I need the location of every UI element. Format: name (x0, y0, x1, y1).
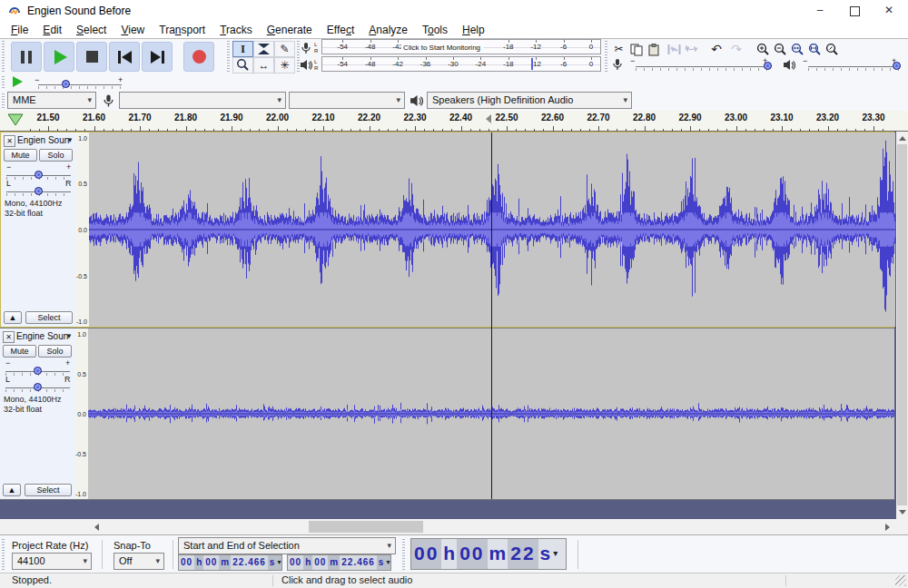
playback-meter[interactable]: -54-48-42-36-30-24-18-12-60 (321, 56, 601, 72)
project-rate-select[interactable]: 44100▾ (12, 553, 92, 570)
track-1-solo-button[interactable]: Solo (39, 149, 73, 162)
scroll-right-arrow[interactable] (885, 524, 890, 531)
track-1-pan-slider[interactable] (6, 188, 71, 197)
playback-volume-slider[interactable] (808, 63, 901, 72)
audio-position-display[interactable]: 00h00m22s▾ (410, 538, 567, 570)
track-2-close-button[interactable]: ✕ (3, 331, 15, 343)
vertical-scroll-thumb[interactable] (897, 144, 907, 505)
redo-button[interactable]: ↷ (726, 42, 746, 57)
time-segment[interactable]: 22 (508, 539, 538, 569)
record-button[interactable] (183, 42, 214, 72)
time-segment[interactable]: m (328, 555, 340, 570)
cut-button[interactable]: ✂ (610, 42, 627, 57)
track-2-collapse-button[interactable]: ▲ (3, 484, 21, 496)
menu-file[interactable]: File (4, 22, 35, 38)
horizontal-scroll-thumb[interactable] (309, 521, 423, 533)
speed-toolbar-grip[interactable] (2, 76, 5, 89)
device-toolbar-grip[interactable] (2, 93, 5, 108)
scroll-down-arrow[interactable] (899, 510, 906, 514)
track-1-gain-slider[interactable] (6, 172, 71, 181)
time-segment[interactable]: m (488, 539, 508, 569)
menu-view[interactable]: View (114, 22, 152, 38)
time-segment[interactable]: s (377, 555, 386, 570)
time-segment[interactable]: 00 (411, 539, 441, 569)
track-1-pan-thumb[interactable] (35, 187, 43, 195)
menu-analyze[interactable]: Analyze (361, 22, 415, 38)
trim-audio-button[interactable] (666, 42, 683, 57)
time-segment[interactable]: 00 (312, 555, 328, 570)
horizontal-scrollbar[interactable] (0, 519, 908, 535)
play-speed-slider[interactable] (38, 81, 122, 90)
audio-host-select[interactable]: MME▾ (7, 92, 96, 109)
stop-button[interactable] (76, 42, 107, 72)
time-field-caret-icon[interactable]: ▾ (385, 555, 390, 570)
time-field-caret-icon[interactable]: ▾ (552, 539, 558, 569)
time-segment[interactable]: 22.466 (340, 555, 377, 570)
time-field-caret-icon[interactable]: ▾ (276, 555, 281, 570)
time-segment[interactable]: 00 (457, 539, 487, 569)
selection-mode-select[interactable]: Start and End of Selection▾ (178, 537, 396, 554)
meter-message[interactable]: Click to Start Monitoring (400, 44, 483, 52)
track-2-title-menu[interactable]: Engine Soun▼ (16, 331, 73, 343)
scroll-up-arrow[interactable] (899, 136, 906, 141)
play-speed-thumb[interactable] (62, 80, 70, 88)
time-segment[interactable]: h (441, 539, 457, 569)
time-segment[interactable]: h (303, 555, 312, 570)
selection-end-field[interactable]: 00h00m22.466s▾ (287, 554, 391, 571)
minimize-button[interactable]: – (803, 0, 837, 22)
zoom-in-button[interactable] (754, 42, 771, 57)
zoom-out-button[interactable] (771, 42, 788, 57)
time-segment[interactable]: m (219, 555, 231, 570)
recording-device-select[interactable]: ▾ (119, 92, 286, 109)
time-toolbar-grip[interactable] (402, 539, 405, 570)
selection-toolbar-grip[interactable] (2, 539, 5, 570)
playback-device-select[interactable]: Speakers (High Definition Audio▾ (427, 92, 632, 109)
fit-project-button[interactable] (805, 42, 823, 57)
time-segment[interactable]: 00 (203, 555, 219, 570)
mixer-toolbar-grip[interactable] (605, 57, 607, 72)
silence-audio-button[interactable] (683, 42, 700, 57)
menu-generate[interactable]: Generate (260, 22, 320, 38)
selection-start-field[interactable]: 00h00m22.466s▾ (178, 554, 282, 571)
skip-to-end-button[interactable] (142, 42, 173, 72)
menu-transport[interactable]: Transport (152, 22, 212, 38)
track-2-gain-slider[interactable] (5, 368, 70, 377)
zoom-toggle-button[interactable] (823, 42, 840, 57)
skip-to-start-button[interactable] (109, 42, 140, 72)
track-1-select-button[interactable]: Select (25, 311, 73, 324)
time-segment[interactable]: 22.466 (231, 555, 268, 570)
timeline-ruler[interactable]: 21.5021.6021.7021.8021.9022.0022.1022.20… (0, 111, 908, 132)
recording-meter[interactable]: -54-48-42-18-12-60Click to Start Monitor… (321, 39, 601, 54)
play-button[interactable] (44, 42, 74, 72)
pause-button[interactable] (11, 42, 42, 72)
close-button[interactable]: ✕ (872, 0, 906, 22)
time-segment[interactable]: 00 (288, 555, 303, 570)
track-2-vertical-scale[interactable]: 1.0 0.5 0.0 -0.5 -1.0 (75, 328, 89, 499)
draw-tool-button[interactable]: ✎ (274, 41, 295, 57)
menu-tracks[interactable]: Tracks (212, 22, 260, 38)
playback-volume-thumb[interactable] (893, 62, 901, 70)
transport-toolbar-grip[interactable] (2, 41, 5, 73)
multi-tool-button[interactable]: ✳ (274, 57, 295, 74)
resize-grip[interactable] (895, 575, 906, 586)
recording-volume-thumb[interactable] (764, 62, 772, 70)
play-meter-speaker-icon[interactable] (300, 59, 312, 71)
track-2-pan-slider[interactable] (5, 384, 70, 393)
track-2-pan-thumb[interactable] (34, 383, 42, 391)
scroll-left-arrow[interactable] (94, 524, 99, 531)
recording-volume-slider[interactable] (636, 63, 772, 72)
track-2-select-button[interactable]: Select (25, 484, 72, 496)
time-segment[interactable]: 00 (179, 555, 194, 570)
tools-toolbar-grip[interactable] (227, 41, 230, 73)
menu-tools[interactable]: Tools (415, 22, 455, 38)
paste-button[interactable] (645, 42, 662, 57)
fit-selection-button[interactable] (788, 42, 805, 57)
menu-effect[interactable]: Effect (320, 22, 361, 38)
menu-edit[interactable]: Edit (35, 22, 69, 38)
track-1-waveform[interactable] (89, 132, 895, 327)
zoom-tool-button[interactable] (232, 57, 253, 74)
maximize-button[interactable] (837, 0, 872, 22)
track-1-title-menu[interactable]: Engien Soun▼ (17, 135, 74, 147)
track-1-collapse-button[interactable]: ▲ (4, 311, 22, 324)
time-shift-tool-button[interactable]: ↔ (253, 57, 274, 74)
